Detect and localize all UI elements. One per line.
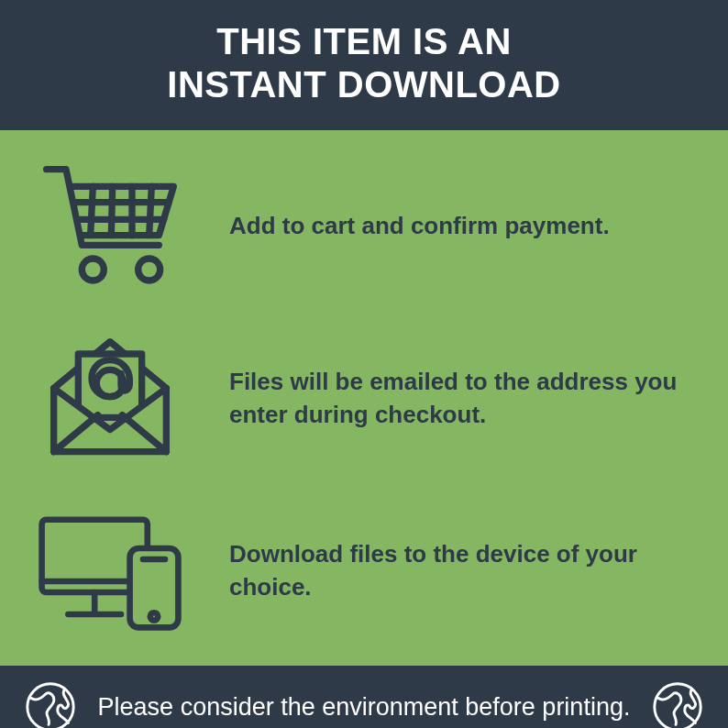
step-text: Download files to the device of your cho… [229, 537, 691, 604]
header-line-2: INSTANT DOWNLOAD [18, 63, 710, 106]
svg-line-3 [149, 187, 152, 236]
steps-panel: Add to cart and confirm payment. Files w… [0, 130, 728, 666]
svg-point-7 [138, 259, 160, 281]
svg-point-6 [82, 259, 104, 281]
globe-icon [22, 678, 79, 728]
globe-icon [649, 678, 706, 728]
svg-line-1 [111, 187, 112, 236]
step-text: Files will be emailed to the address you… [229, 365, 691, 432]
header-line-1: THIS ITEM IS AN [18, 20, 710, 63]
header-banner: THIS ITEM IS AN INSTANT DOWNLOAD [0, 0, 728, 130]
cart-icon [33, 152, 187, 299]
step-row: Files will be emailed to the address you… [33, 325, 691, 471]
step-text: Add to cart and confirm payment. [229, 209, 691, 242]
email-icon [33, 325, 187, 471]
footer-banner: Please consider the environment before p… [0, 666, 728, 728]
step-row: Add to cart and confirm payment. [33, 152, 691, 299]
svg-line-0 [91, 187, 94, 236]
step-row: Download files to the device of your cho… [33, 497, 691, 644]
devices-icon [33, 497, 187, 644]
footer-text: Please consider the environment before p… [88, 690, 640, 723]
